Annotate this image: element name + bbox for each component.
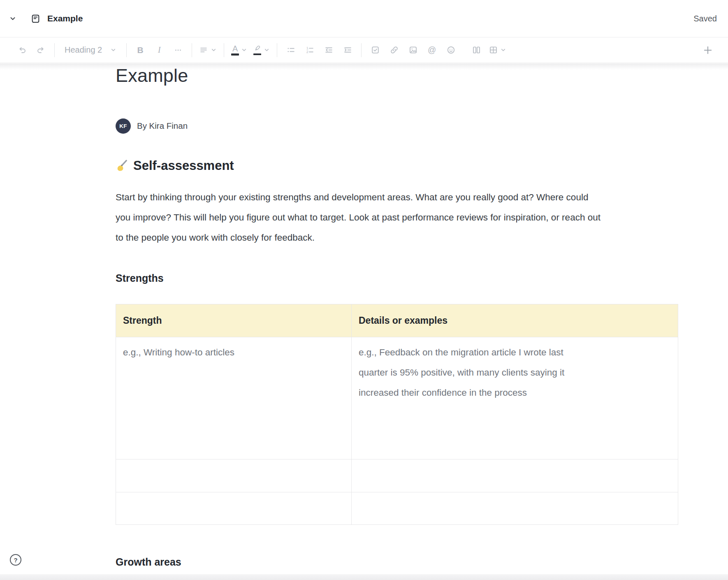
mention-button[interactable]: @ (422, 42, 441, 59)
image-button[interactable] (403, 42, 422, 59)
save-status: Saved (693, 14, 717, 23)
table-button[interactable] (486, 42, 509, 59)
byline-text: By Kira Finan (137, 121, 188, 131)
collapse-chevron-button[interactable] (7, 12, 19, 25)
bottom-edge (0, 574, 728, 580)
emoji-button[interactable] (441, 42, 460, 59)
table-cell[interactable] (116, 459, 352, 492)
question-mark-icon: ? (14, 557, 17, 564)
toolbar-divider (54, 43, 55, 57)
strengths-heading[interactable]: Strengths (116, 272, 678, 284)
table-header-row: Strength Details or examples (116, 304, 678, 337)
bold-icon: B (137, 45, 144, 55)
toolbar-divider (361, 43, 362, 57)
author-avatar[interactable]: KF (116, 118, 131, 134)
topbar-title: Example (47, 14, 83, 23)
ellipsis-icon (174, 46, 183, 55)
section-title: Self-assessment (133, 158, 234, 173)
table-icon (489, 45, 498, 55)
highlighter-icon (253, 45, 262, 53)
strengths-table[interactable]: Strength Details or examples e.g., Writi… (116, 304, 678, 525)
emoji-icon (446, 45, 456, 55)
cell-text: e.g., Writing how-to articles (123, 342, 345, 362)
table-cell[interactable] (352, 459, 678, 492)
document-canvas[interactable]: Example KF By Kira Finan Self-assessment… (0, 65, 728, 568)
heading-style-value: Heading 2 (65, 45, 102, 55)
bulleted-list-button[interactable] (281, 42, 300, 59)
growth-areas-heading[interactable]: Growth areas (116, 556, 678, 568)
text-color-icon: A (232, 44, 238, 53)
bold-button[interactable]: B (131, 42, 150, 59)
image-icon (408, 45, 418, 55)
page-title[interactable]: Example (116, 65, 678, 86)
cell-text: e.g., Feedback on the migration article … (359, 342, 590, 403)
more-formatting-button[interactable] (169, 42, 188, 59)
toolbar-divider (126, 43, 127, 57)
link-icon (390, 45, 399, 55)
table-header-details[interactable]: Details or examples (352, 304, 678, 337)
table-cell[interactable] (352, 492, 678, 524)
italic-icon: I (158, 45, 161, 55)
checklist-icon (371, 45, 380, 55)
chevron-down-icon (110, 47, 116, 53)
highlight-button[interactable] (250, 42, 273, 59)
toolbar-divider (224, 43, 224, 57)
mention-icon: @ (428, 45, 436, 55)
text-color-button[interactable]: A (228, 42, 250, 59)
toolbar-divider (277, 43, 277, 57)
outdent-button[interactable] (319, 42, 338, 59)
plus-icon (703, 45, 713, 55)
undo-icon (17, 45, 27, 55)
toolbar-divider (192, 43, 192, 57)
chevron-down-icon (241, 47, 247, 53)
editor-window: Example Saved Heading 2 B I A (0, 0, 728, 580)
table-cell[interactable] (116, 492, 352, 524)
table-row (116, 459, 678, 492)
italic-button[interactable]: I (150, 42, 169, 59)
highlight-swatch (253, 45, 262, 56)
chevron-down-icon (500, 47, 506, 53)
section-heading[interactable]: Self-assessment (116, 158, 678, 173)
redo-icon (36, 45, 46, 55)
indent-icon (343, 45, 352, 55)
columns-icon (472, 45, 481, 55)
topbar: Example Saved (0, 0, 728, 37)
numbered-list-icon: 12 (305, 45, 315, 55)
numbered-list-button[interactable]: 12 (300, 42, 319, 59)
byline: KF By Kira Finan (116, 118, 678, 134)
columns-button[interactable] (467, 42, 486, 59)
redo-button[interactable] (31, 42, 50, 59)
intro-paragraph[interactable]: Start by thinking through your existing … (116, 187, 603, 248)
table-header-strength[interactable]: Strength (116, 304, 352, 337)
table-row (116, 492, 678, 524)
chevron-down-icon (211, 47, 217, 53)
undo-button[interactable] (12, 42, 31, 59)
formatting-toolbar: Heading 2 B I A (0, 37, 728, 63)
text-color-swatch: A (231, 44, 239, 56)
chevron-down-icon (264, 47, 270, 53)
indent-button[interactable] (338, 42, 357, 59)
insert-plus-button[interactable] (698, 42, 717, 59)
link-button[interactable] (385, 42, 403, 59)
table-cell[interactable]: e.g., Feedback on the migration article … (352, 337, 678, 459)
svg-text:2: 2 (306, 50, 308, 54)
help-button[interactable]: ? (10, 554, 21, 566)
outdent-icon (324, 45, 334, 55)
align-left-icon (199, 45, 209, 55)
checklist-button[interactable] (366, 42, 385, 59)
table-row: e.g., Writing how-to articles e.g., Feed… (116, 337, 678, 459)
text-color-bar (231, 53, 239, 56)
writing-hand-emoji-icon (116, 159, 128, 172)
heading-style-select[interactable]: Heading 2 (59, 42, 122, 59)
table-cell[interactable]: e.g., Writing how-to articles (116, 337, 352, 459)
chevron-down-icon (8, 14, 17, 23)
document-icon (29, 12, 42, 26)
alignment-button[interactable] (196, 42, 220, 59)
highlight-bar (253, 53, 261, 56)
bulleted-list-icon (286, 45, 296, 55)
